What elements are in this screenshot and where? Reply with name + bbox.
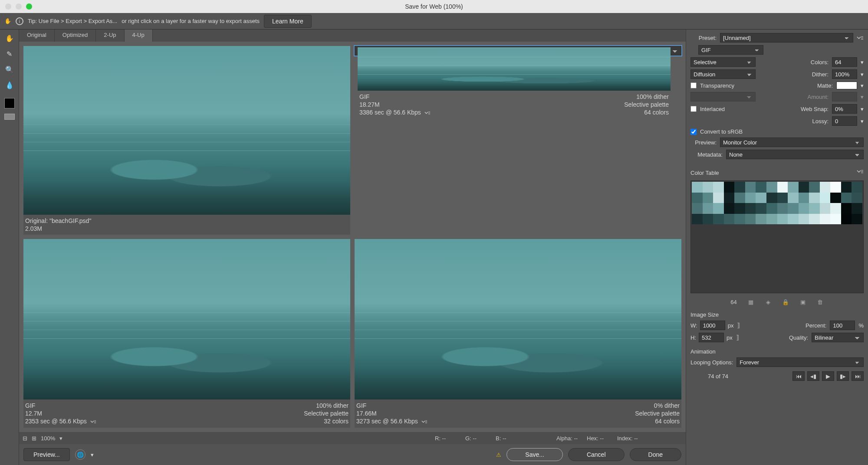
width-input[interactable] — [700, 321, 725, 330]
color-swatch[interactable] — [830, 203, 841, 214]
color-swatch[interactable] — [820, 182, 831, 193]
amount-input[interactable] — [832, 92, 857, 102]
color-swatch[interactable] — [724, 214, 735, 225]
color-swatch[interactable] — [852, 182, 862, 193]
color-swatch[interactable] — [756, 182, 766, 193]
color-swatch[interactable] — [703, 203, 713, 214]
color-swatch[interactable] — [841, 182, 852, 193]
eyedropper-color-swatch[interactable] — [4, 98, 15, 108]
minus-icon[interactable]: ⊟ — [23, 435, 27, 442]
color-swatch[interactable] — [766, 203, 777, 214]
link-icon[interactable]: ⟧ — [736, 334, 739, 341]
hand-tool-icon[interactable]: ✋ — [4, 18, 11, 24]
color-swatch[interactable] — [799, 214, 809, 225]
preview-pane-2[interactable]: GIF 100% dither 18.27M Selective palette… — [355, 46, 681, 56]
color-swatch[interactable] — [692, 182, 703, 193]
color-swatch[interactable] — [830, 193, 841, 203]
color-swatch[interactable] — [745, 182, 756, 193]
plus-icon[interactable]: ⊞ — [32, 435, 36, 442]
color-swatch[interactable] — [745, 214, 756, 225]
color-swatch[interactable] — [734, 193, 745, 203]
color-swatch[interactable] — [692, 203, 703, 214]
maximize-icon[interactable] — [26, 3, 32, 10]
pane-menu-icon[interactable] — [90, 418, 96, 425]
dither-input[interactable] — [832, 69, 857, 79]
learn-more-button[interactable]: Learn More — [264, 15, 312, 28]
zoom-value[interactable]: 100% — [41, 435, 55, 442]
pane-menu-icon[interactable] — [421, 418, 427, 425]
preview-select[interactable]: Monitor Color — [720, 138, 864, 147]
chevron-down-icon[interactable]: ▾ — [861, 59, 864, 65]
browser-preview-icon[interactable]: 🌐 — [75, 449, 85, 460]
color-swatch[interactable] — [713, 203, 724, 214]
color-swatch[interactable] — [777, 182, 788, 193]
chevron-down-icon[interactable]: ▾ — [861, 94, 864, 100]
first-frame-button[interactable]: ⏮ — [792, 371, 805, 381]
color-swatch[interactable] — [852, 193, 862, 203]
color-swatch[interactable] — [820, 214, 831, 225]
dither-method-select[interactable]: Diffusion — [690, 69, 756, 79]
color-swatch[interactable] — [777, 203, 788, 214]
chevron-down-icon[interactable]: ▾ — [861, 106, 864, 112]
color-swatch[interactable] — [756, 214, 766, 225]
chevron-down-icon[interactable]: ▾ — [861, 71, 864, 78]
color-swatch[interactable] — [777, 214, 788, 225]
color-swatch[interactable] — [788, 193, 799, 203]
cube-icon[interactable]: ◈ — [765, 298, 772, 305]
snap-icon[interactable]: ▦ — [747, 298, 754, 305]
chevron-down-icon[interactable]: ▾ — [861, 82, 864, 89]
color-swatch[interactable] — [703, 182, 713, 193]
transparency-dither-select[interactable] — [690, 92, 756, 102]
color-swatch[interactable] — [820, 203, 831, 214]
transparency-checkbox[interactable] — [690, 82, 697, 88]
tab-4up[interactable]: 4-Up — [125, 29, 153, 42]
color-swatch[interactable] — [756, 193, 766, 203]
minimize-icon[interactable] — [16, 3, 22, 10]
new-color-icon[interactable]: ▣ — [799, 298, 806, 305]
colors-input[interactable] — [832, 57, 857, 67]
color-swatch[interactable] — [692, 193, 703, 203]
hand-tool-icon[interactable]: ✋ — [3, 32, 16, 44]
trash-icon[interactable]: 🗑 — [817, 298, 824, 305]
color-swatch[interactable] — [745, 203, 756, 214]
chevron-down-icon[interactable]: ▾ — [91, 452, 94, 458]
color-swatch[interactable] — [734, 214, 745, 225]
preset-select[interactable]: [Unnamed] — [720, 33, 853, 43]
color-swatch[interactable] — [766, 214, 777, 225]
color-swatch[interactable] — [841, 214, 852, 225]
prev-frame-button[interactable]: ◂▮ — [807, 371, 819, 381]
color-swatch[interactable] — [830, 214, 841, 225]
color-swatch[interactable] — [724, 182, 735, 193]
preview-pane-3[interactable]: GIF 100% dither 12.7M Selective palette … — [23, 239, 350, 428]
websnap-input[interactable] — [832, 104, 857, 114]
color-swatch[interactable] — [809, 203, 820, 214]
color-swatch[interactable] — [777, 193, 788, 203]
preview-pane-original[interactable]: Original: "beachGIF.psd" 2.03M — [23, 46, 350, 235]
color-swatch[interactable] — [841, 203, 852, 214]
color-swatch[interactable] — [745, 193, 756, 203]
tab-2up[interactable]: 2-Up — [96, 29, 124, 42]
color-swatch[interactable] — [820, 193, 831, 203]
color-swatch[interactable] — [713, 182, 724, 193]
matte-color-swatch[interactable] — [836, 82, 857, 89]
color-swatch[interactable] — [852, 203, 862, 214]
color-swatch[interactable] — [734, 182, 745, 193]
color-table[interactable] — [690, 180, 864, 293]
preset-menu-icon[interactable] — [857, 35, 864, 40]
color-swatch[interactable] — [703, 214, 713, 225]
color-swatch[interactable] — [692, 214, 703, 225]
interlaced-checkbox[interactable] — [690, 106, 697, 112]
color-swatch[interactable] — [703, 193, 713, 203]
metadata-select[interactable]: None — [726, 150, 864, 159]
color-swatch[interactable] — [724, 203, 735, 214]
next-frame-button[interactable]: ▮▸ — [837, 371, 849, 381]
preview-pane-4[interactable]: GIF 0% dither 17.66M Selective palette 3… — [355, 239, 681, 428]
color-swatch[interactable] — [724, 193, 735, 203]
play-button[interactable]: ▶ — [822, 371, 834, 381]
color-swatch[interactable] — [713, 193, 724, 203]
color-swatch[interactable] — [788, 182, 799, 193]
preview-button[interactable]: Preview... — [23, 448, 70, 461]
last-frame-button[interactable]: ⏭ — [852, 371, 864, 381]
close-icon[interactable] — [5, 3, 11, 10]
quality-select[interactable]: Bilinear — [812, 333, 864, 342]
